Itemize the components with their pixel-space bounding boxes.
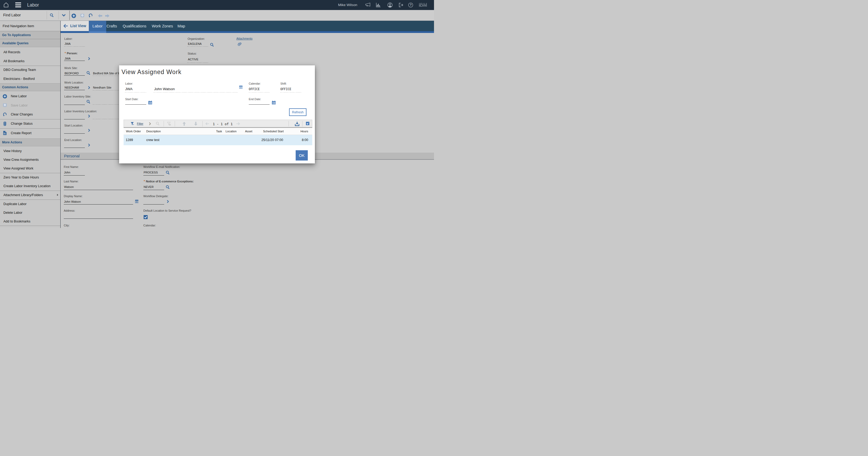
workflow-email-search-icon[interactable] — [165, 171, 170, 175]
logout-icon[interactable] — [398, 2, 403, 8]
user-name[interactable]: Mike Wilson — [338, 0, 357, 10]
tab-labor[interactable]: Labor — [89, 21, 106, 31]
sidebar-item-create-report[interactable]: Create Report — [0, 129, 60, 138]
reports-icon[interactable] — [376, 2, 381, 8]
start-location-chevron-icon[interactable] — [88, 129, 90, 132]
display-name-detail-icon[interactable] — [135, 200, 138, 203]
search-icon[interactable] — [50, 13, 54, 18]
default-location-checkbox[interactable] — [144, 215, 148, 219]
col-task[interactable]: Task — [205, 130, 222, 133]
work-location-value[interactable]: NEEDHAM — [65, 86, 79, 89]
dialog-labor-name[interactable]: John Watson — [154, 87, 175, 91]
tab-crafts[interactable]: Crafts — [106, 21, 117, 31]
first-name-value[interactable]: John — [64, 171, 70, 174]
chevron-down-icon[interactable] — [62, 14, 66, 17]
end-date-calendar-icon[interactable] — [272, 100, 276, 104]
dialog-calendar-value[interactable]: OFFICE — [249, 87, 260, 91]
display-name-value[interactable]: John Watson — [64, 200, 81, 203]
sidebar-item-new-labor[interactable]: New Labor — [0, 92, 60, 101]
work-site-search-icon[interactable] — [86, 71, 91, 75]
save-record-icon[interactable] — [80, 13, 85, 18]
sidebar-item-zero-year-to-date-hours[interactable]: Zero Year to Date Hours — [0, 173, 60, 182]
download-icon[interactable] — [295, 122, 299, 126]
clear-changes-icon[interactable] — [88, 13, 93, 18]
end-location-chevron-icon[interactable] — [88, 144, 90, 147]
work-location-chevron-icon[interactable] — [88, 86, 90, 89]
profile-icon[interactable] — [388, 2, 393, 8]
view-assigned-work-dialog: View Assigned Work Labor: JWA John Watso… — [119, 65, 315, 163]
col-hours[interactable]: Hours — [287, 130, 308, 133]
sidebar-section-go-to-applications[interactable]: Go To Applications — [0, 31, 60, 39]
new-record-icon[interactable] — [71, 13, 76, 18]
tab-work-zones[interactable]: Work Zones — [152, 21, 173, 31]
workflow-email-value[interactable]: PROCESS — [144, 171, 158, 174]
home-icon[interactable] — [3, 2, 9, 8]
col-work-order[interactable]: Work Order — [126, 130, 141, 133]
menu-icon[interactable] — [15, 2, 21, 7]
paperclip-icon[interactable] — [238, 42, 242, 46]
previous-record-icon[interactable] — [98, 14, 102, 18]
sidebar-item-all-bookmarks[interactable]: All Bookmarks — [0, 57, 60, 66]
tab-qualifications[interactable]: Qualifications — [117, 21, 152, 31]
tab-map[interactable]: Map — [173, 21, 190, 31]
work-site-value[interactable]: BEDFORD — [65, 72, 79, 75]
sidebar-item-dbo-consulting-team[interactable]: DBO Consulting Team — [0, 66, 60, 74]
attachments-link[interactable]: Attachments — [236, 37, 252, 40]
dialog-shift-value[interactable]: OFFICE — [280, 87, 291, 91]
filter-link[interactable]: Filter — [137, 122, 143, 125]
sidebar-item-save-labor[interactable]: Save Labor — [0, 101, 60, 110]
next-record-icon[interactable] — [105, 14, 110, 18]
sidebar-item-all-records[interactable]: All Records — [0, 48, 60, 57]
col-location[interactable]: Location — [225, 130, 237, 133]
workflow-delegate-chevron-icon[interactable] — [167, 200, 169, 203]
minimize-table-icon[interactable] — [306, 122, 310, 125]
dialog-labor-detail-icon[interactable] — [239, 86, 243, 89]
filter-expand-chevron-icon[interactable] — [149, 122, 151, 125]
sidebar-item-attachment-library-folders[interactable]: Attachment Library/Folders — [0, 190, 60, 199]
sidebar-item-add-to-bookmarks[interactable]: Add to Bookmarks — [0, 217, 60, 225]
organization-search-icon[interactable] — [210, 43, 214, 47]
workflow-delegate-underline — [143, 204, 164, 205]
sidebar-item-clear-changes[interactable]: Clear Changes — [0, 110, 60, 119]
labor-inventory-site-search-icon[interactable] — [86, 100, 91, 104]
organization-value[interactable]: EAGLENA — [188, 42, 202, 45]
status-value[interactable]: ACTIVE — [188, 58, 198, 61]
sidebar-item-create-labor-inventory-location[interactable]: Create Labor Inventory Location — [0, 182, 60, 190]
start-date-calendar-icon[interactable] — [148, 100, 152, 104]
back-to-list-view[interactable]: List View — [61, 21, 89, 31]
labor-value[interactable]: JWA — [65, 42, 71, 45]
col-description[interactable]: Description — [146, 130, 161, 133]
sidebar-item-duplicate-labor[interactable]: Duplicate Labor — [0, 200, 60, 208]
find-record-label[interactable]: Find Labor — [3, 10, 21, 20]
announcements-icon[interactable] — [365, 2, 371, 7]
sidebar-item-view-crew-assignments[interactable]: View Crew Assignments — [0, 155, 60, 164]
help-icon[interactable] — [408, 2, 413, 8]
sidebar-item-view-assigned-work[interactable]: View Assigned Work — [0, 164, 60, 173]
cell-description[interactable]: crew test — [146, 138, 159, 142]
sidebar-section-more-actions[interactable]: More Actions — [0, 139, 60, 146]
person-detail-chevron-icon[interactable] — [88, 57, 90, 60]
ok-button[interactable]: OK — [296, 150, 308, 160]
cell-work-order[interactable]: 1289 — [126, 138, 133, 142]
table-row[interactable]: 1289 crew test 25/11/20 07:00 8:00 — [124, 135, 312, 145]
refresh-button[interactable]: Refresh — [289, 108, 306, 116]
ecommerce-exceptions-value[interactable]: NEVER — [144, 185, 154, 188]
cell-scheduled-start[interactable]: 25/11/20 07:00 — [252, 138, 283, 142]
sidebar-item-electricians-bedford[interactable]: Electricians - Bedford — [0, 74, 60, 83]
sidebar-item-view-history[interactable]: View History — [0, 147, 60, 155]
person-value[interactable]: JWA — [65, 57, 71, 60]
ecommerce-exceptions-search-icon[interactable] — [165, 185, 170, 189]
col-scheduled-start[interactable]: Scheduled Start — [252, 130, 284, 133]
sidebar-item-change-status[interactable]: Change Status — [0, 119, 60, 128]
labor-inventory-location-chevron-icon[interactable] — [88, 115, 90, 118]
sidebar-section-common-actions[interactable]: Common Actions — [0, 83, 60, 91]
filter-icon[interactable] — [130, 122, 134, 126]
sidebar-item-delete-labor[interactable]: Delete Labor — [0, 208, 60, 217]
dialog-labor-value[interactable]: JWA — [125, 87, 132, 91]
sidebar-section-available-queries[interactable]: Available Queries — [0, 39, 60, 47]
cell-hours[interactable]: 8:00 — [287, 138, 308, 142]
col-asset[interactable]: Asset — [245, 130, 252, 133]
last-name-value[interactable]: Watson — [64, 185, 74, 188]
back-arrow-icon[interactable] — [63, 24, 68, 28]
find-navigation-input[interactable]: Find Navigation Item — [0, 21, 60, 31]
